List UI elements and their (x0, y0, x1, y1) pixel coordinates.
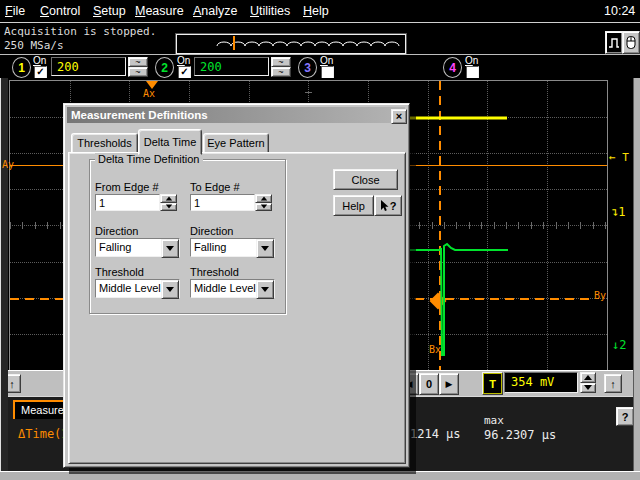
menu-help[interactable]: Help (303, 4, 329, 18)
left-frame (0, 78, 8, 471)
dialog-title-bar[interactable]: Measurement Definitions (67, 107, 405, 123)
spin-down-icon[interactable] (580, 383, 596, 394)
pan-up-right-button[interactable]: ↑ (604, 374, 622, 393)
pulse-mode-button[interactable] (605, 31, 623, 54)
memory-bar-waveform-icon (177, 35, 403, 51)
to-direction-label: Direction (190, 225, 233, 237)
spin-down-icon[interactable] (255, 203, 272, 212)
step-right-button[interactable]: ▶ (439, 373, 459, 395)
tab-thresholds[interactable]: Thresholds (71, 133, 138, 154)
menu-file[interactable]: File (5, 4, 25, 18)
max-value: 96.2307 µs (484, 428, 556, 442)
channel-1-scale-spinner[interactable]: ~ ~ (128, 57, 148, 76)
wave-small-icon[interactable]: ~ (128, 57, 148, 67)
spin-up-icon[interactable] (580, 372, 596, 383)
bottom-frame (0, 471, 640, 480)
measurement-help-button[interactable]: ? (616, 407, 634, 426)
zero-position-button[interactable]: 0 (419, 373, 439, 395)
from-direction-combobox[interactable]: Falling (95, 238, 180, 257)
from-edge-input[interactable]: 1 (95, 194, 160, 211)
clock: 10:24 (604, 4, 635, 18)
channel-2-trace (410, 244, 508, 355)
channel-3-on-label: On (320, 55, 333, 66)
to-edge-input[interactable]: 1 (190, 194, 255, 211)
max-column-header: max (484, 414, 504, 427)
marker-ay-label: Ay (2, 159, 14, 170)
channel-2-scale-spinner[interactable]: ~ ~ (271, 57, 291, 76)
to-direction-value: Falling (194, 241, 226, 253)
menu-bar: File Control Setup Measure Analyze Utili… (0, 0, 640, 22)
chevron-down-icon[interactable] (161, 239, 179, 258)
tab-delta-time[interactable]: Delta Time (138, 129, 202, 155)
close-icon[interactable]: × (391, 109, 407, 124)
question-icon: ? (390, 200, 397, 212)
channel-1-offscreen-marker[interactable]: ↴1 (611, 205, 625, 219)
wave-large-icon[interactable]: ~ (128, 67, 148, 77)
from-threshold-combobox[interactable]: Middle Level (95, 279, 180, 298)
tab-eye-pattern[interactable]: Eye Pattern (203, 133, 269, 154)
chevron-down-icon[interactable] (161, 280, 179, 299)
to-edge-label: To Edge # (190, 181, 240, 193)
measurement-partial-value: 1214 µs (410, 427, 461, 441)
to-direction-combobox[interactable]: Falling (190, 238, 275, 257)
menu-utilities[interactable]: Utilities (250, 4, 290, 18)
memory-bar[interactable] (176, 34, 406, 54)
sample-rate: 250 MSa/s (4, 39, 64, 52)
from-threshold-value: Middle Level (99, 282, 161, 294)
channel-1-on-label: On (33, 55, 46, 66)
channel-1-badge[interactable]: 1 (12, 57, 31, 78)
spin-up-icon[interactable] (160, 194, 177, 203)
to-edge-spinner[interactable] (255, 194, 272, 211)
pulse-icon (608, 36, 620, 50)
from-threshold-label: Threshold (95, 266, 144, 278)
to-threshold-value: Middle Level (194, 282, 256, 294)
spin-up-icon[interactable] (255, 194, 272, 203)
from-edge-spinner[interactable] (160, 194, 177, 211)
menu-analyze[interactable]: Analyze (193, 4, 237, 18)
trigger-level-value[interactable]: 354 mV (504, 372, 578, 393)
menu-control[interactable]: Control (40, 4, 80, 18)
trigger-level-spinner[interactable] (580, 372, 596, 393)
wave-small-icon[interactable]: ~ (271, 57, 291, 67)
context-help-button[interactable]: ? (374, 195, 402, 216)
close-button[interactable]: Close (333, 169, 398, 190)
channel-1-scale[interactable]: 200 mV/div (51, 57, 126, 76)
wave-large-icon[interactable]: ~ (271, 67, 291, 77)
channel-2-scale[interactable]: 200 mV/div (194, 57, 269, 76)
from-direction-value: Falling (99, 241, 131, 253)
right-frame (633, 78, 640, 471)
chevron-down-icon[interactable] (256, 239, 274, 258)
mouse-icon (625, 35, 637, 50)
help-button[interactable]: Help (333, 195, 374, 216)
to-threshold-combobox[interactable]: Middle Level (190, 279, 275, 298)
channel-2-ground-marker[interactable]: ↓2 (612, 338, 626, 352)
measurement-name: ΔTime( (18, 427, 61, 441)
channel-4-badge[interactable]: 4 (443, 57, 462, 78)
check-icon: ✓ (180, 66, 188, 77)
check-icon: ✓ (36, 66, 44, 77)
channel-4-on-label: On (465, 55, 478, 66)
menu-measure[interactable]: Measure (135, 4, 184, 18)
trigger-level-button[interactable]: T (482, 372, 503, 395)
channel-controls-row: 1 On ✓ 200 mV/div ~ ~ 2 On ✓ 200 mV/div … (0, 55, 640, 78)
menu-setup[interactable]: Setup (93, 4, 126, 18)
from-direction-label: Direction (95, 225, 138, 237)
channel-3-badge[interactable]: 3 (298, 57, 317, 78)
chevron-down-icon[interactable] (256, 280, 274, 299)
measurement-definitions-dialog: Measurement Definitions × Thresholds Del… (63, 103, 410, 468)
dialog-title: Measurement Definitions (71, 109, 208, 121)
cursor-arrow-icon (380, 200, 389, 212)
spin-down-icon[interactable] (160, 203, 177, 212)
trigger-level-marker[interactable]: ← T (609, 151, 629, 164)
to-threshold-label: Threshold (190, 266, 239, 278)
channel-2-badge[interactable]: 2 (155, 57, 174, 78)
acquisition-status: Acquisition is stopped. (4, 25, 156, 38)
channel-2-on-label: On (177, 55, 190, 66)
from-edge-label: From Edge # (95, 181, 159, 193)
mouse-mode-button[interactable] (622, 31, 640, 54)
oscilloscope-screen: File Control Setup Measure Analyze Utili… (0, 0, 640, 480)
